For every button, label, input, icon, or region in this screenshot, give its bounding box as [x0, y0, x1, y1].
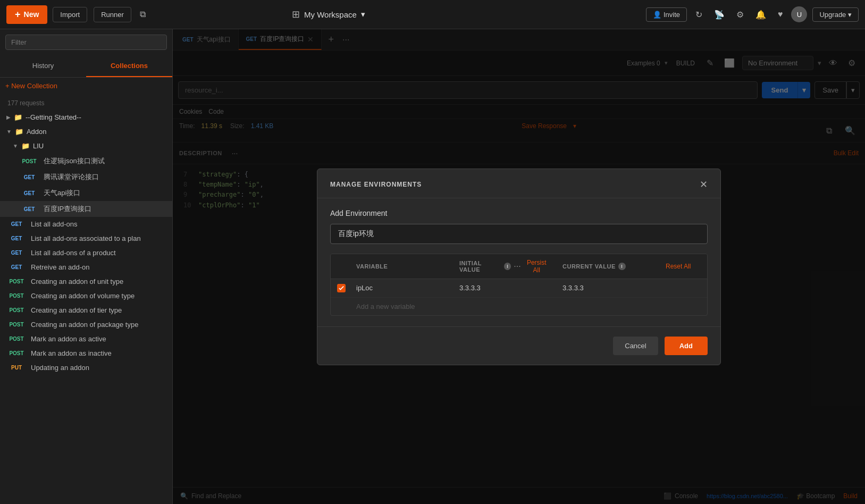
list-item[interactable]: GET Retreive an add-on	[0, 260, 172, 274]
list-item[interactable]: POST Creating an addon of volume type	[0, 289, 172, 303]
sync-icon[interactable]: ↻	[692, 6, 706, 23]
modal-footer: Cancel Add	[317, 326, 720, 365]
folder-icon: 📁	[21, 142, 30, 150]
add-button[interactable]: Add	[665, 337, 708, 355]
th-checkbox	[331, 254, 350, 279]
heart-icon[interactable]: ♥	[775, 6, 786, 22]
method-badge-get: GET	[6, 263, 27, 271]
content-area: GET 天气api接口 GET 百度IP查询接口 ✕ + ··· Example…	[173, 29, 865, 504]
cancel-button[interactable]: Cancel	[613, 337, 658, 355]
method-badge-post: POST	[6, 321, 27, 329]
radio-icon[interactable]: 📡	[711, 6, 728, 23]
current-value-input[interactable]	[562, 284, 653, 292]
import-button[interactable]: Import	[53, 7, 87, 22]
method-badge-get: GET	[6, 234, 27, 242]
method-badge-post: POST	[6, 292, 27, 300]
td-empty-2	[556, 301, 659, 311]
td-current-value[interactable]	[556, 279, 659, 297]
list-item[interactable]: POST Creating an addon of tier type	[0, 303, 172, 317]
folder-icon: 📁	[14, 113, 22, 121]
th-variable: VARIABLE	[350, 254, 453, 279]
td-empty-1	[453, 301, 556, 311]
info-icon[interactable]: i	[504, 263, 511, 270]
variable-checkbox[interactable]	[337, 284, 346, 292]
td-checkbox[interactable]	[331, 279, 350, 297]
add-variable-row	[331, 298, 707, 315]
invite-button[interactable]: 👤 Invite	[646, 7, 687, 22]
workspace-selector[interactable]: ⊞ My Workspace ▾	[292, 9, 365, 20]
method-badge-post: POST	[6, 335, 27, 343]
method-badge-get: GET	[6, 249, 27, 257]
th-initial-value: INITIAL VALUE i ··· Persist All	[453, 254, 556, 279]
list-item[interactable]: GET List all add-ons of a product	[0, 246, 172, 260]
reset-all-button[interactable]: Reset All	[666, 263, 691, 270]
topbar-right: 👤 Invite ↻ 📡 ⚙ 🔔 ♥ U Upgrade ▾	[646, 6, 859, 23]
method-badge-post: POST	[19, 157, 39, 165]
td-empty-3	[659, 301, 707, 311]
folder-getting-started[interactable]: ▶ 📁 --Getting Started--	[0, 110, 172, 124]
manage-environments-modal: MANAGE ENVIRONMENTS ✕ Add Environment VA…	[317, 169, 721, 365]
initial-value-input[interactable]	[459, 284, 550, 292]
user-plus-icon: 👤	[653, 11, 664, 19]
method-badge-post: POST	[6, 349, 27, 357]
td-initial-value[interactable]	[453, 279, 556, 297]
td-new-checkbox	[331, 301, 350, 311]
search-input[interactable]	[5, 35, 167, 50]
method-badge-post: POST	[6, 278, 27, 285]
modal-header: MANAGE ENVIRONMENTS ✕	[317, 169, 720, 198]
bell-icon[interactable]: 🔔	[752, 6, 769, 23]
list-item[interactable]: GET 天气api接口	[0, 185, 172, 201]
persist-all-button[interactable]: Persist All	[524, 259, 550, 274]
avatar[interactable]: U	[791, 6, 807, 22]
sidebar: History Collections + New Collection 177…	[0, 29, 173, 504]
main-layout: History Collections + New Collection 177…	[0, 29, 865, 504]
info-icon-2[interactable]: i	[618, 263, 626, 270]
new-collection-button[interactable]: + New Collection	[5, 82, 57, 90]
method-badge-post: POST	[6, 306, 27, 314]
settings-icon[interactable]: ⚙	[733, 6, 747, 23]
folder-liu[interactable]: ▼ 📁 LIU	[0, 139, 172, 153]
modal-body: Add Environment VARIABLE INITIAL VALUE i	[317, 198, 720, 326]
new-button[interactable]: + New	[6, 5, 47, 24]
list-item[interactable]: GET List all add-ons	[0, 217, 172, 231]
folder-addon[interactable]: ▼ 📁 Addon	[0, 124, 172, 139]
method-badge-get: GET	[19, 205, 39, 213]
tab-collections[interactable]: Collections	[86, 55, 172, 77]
list-item[interactable]: GET List all add-ons associated to a pla…	[0, 231, 172, 246]
td-new-variable[interactable]	[350, 298, 453, 315]
variables-table: VARIABLE INITIAL VALUE i ··· Persist All…	[330, 254, 708, 316]
upgrade-button[interactable]: Upgrade ▾	[812, 7, 859, 22]
list-item[interactable]: PUT Updating an addon	[0, 360, 172, 375]
chevron-down-icon: ▼	[6, 129, 12, 135]
topbar: + New Import Runner ⧉ ⊞ My Workspace ▾ 👤…	[0, 0, 865, 29]
modal-close-button[interactable]: ✕	[700, 179, 708, 190]
new-variable-input[interactable]	[356, 303, 447, 310]
list-item[interactable]: POST Creating an addon of package type	[0, 317, 172, 332]
env-name-input[interactable]	[330, 224, 708, 244]
column-options-button[interactable]: ···	[514, 262, 520, 271]
add-env-label: Add Environment	[330, 209, 708, 217]
method-badge-get: GET	[19, 173, 39, 181]
list-item[interactable]: POST Mark an addon as active	[0, 332, 172, 346]
runner-button[interactable]: Runner	[94, 7, 131, 22]
list-item[interactable]: POST Creating an addon of unit type	[0, 274, 172, 289]
list-item[interactable]: GET 腾讯课堂评论接口	[0, 169, 172, 185]
modal-overlay[interactable]: MANAGE ENVIRONMENTS ✕ Add Environment VA…	[173, 29, 865, 504]
sidebar-list: 177 requests ▶ 📁 --Getting Started-- ▼ 📁…	[0, 94, 172, 504]
chevron-down-icon: ▾	[848, 11, 852, 19]
copy-icon[interactable]: ⧉	[137, 6, 149, 22]
list-item[interactable]: POST 住逻辑json接口测试	[0, 153, 172, 169]
method-badge-get: GET	[19, 189, 39, 197]
td-variable[interactable]	[350, 279, 453, 297]
list-item[interactable]: POST Mark an addon as inactive	[0, 346, 172, 360]
td-row-actions	[659, 283, 707, 293]
folder-icon: 📁	[15, 128, 23, 136]
modal-title: MANAGE ENVIRONMENTS	[330, 181, 422, 188]
tab-history[interactable]: History	[0, 55, 86, 77]
sidebar-actions: + New Collection	[0, 78, 172, 94]
method-badge-put: PUT	[6, 364, 27, 372]
list-item: 177 requests	[0, 96, 172, 110]
grid-icon: ⊞	[292, 9, 300, 20]
list-item-active[interactable]: GET 百度IP查询接口	[0, 201, 172, 217]
variable-name-input[interactable]	[356, 284, 447, 292]
